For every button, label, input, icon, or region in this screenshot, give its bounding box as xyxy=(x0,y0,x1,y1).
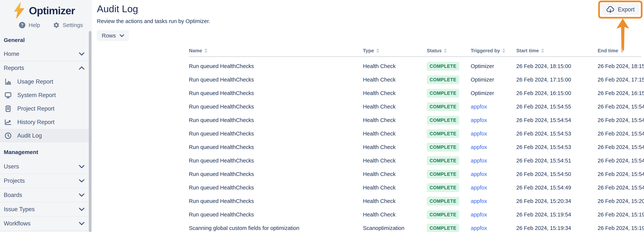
cell-name: Run queued HealthChecks xyxy=(189,185,363,191)
table-row: Run queued HealthChecks Health Check COM… xyxy=(189,138,641,151)
cell-triggered-by[interactable]: appfox xyxy=(471,144,516,150)
sidebar-item-audit-log[interactable]: Audit Log xyxy=(0,129,92,142)
sort-icon xyxy=(620,49,624,53)
column-header-name[interactable]: Name xyxy=(189,48,363,54)
table-row: Run queued HealthChecks Health Check COM… xyxy=(189,165,641,178)
status-badge: COMPLETE xyxy=(427,89,459,98)
column-header-triggered-by[interactable]: Triggered by xyxy=(471,48,516,54)
cell-end-time: 26 Feb 2024, 15:54:52 xyxy=(598,158,644,164)
export-button[interactable]: Export xyxy=(602,4,639,15)
cell-end-time: 26 Feb 2024, 18:15:00 xyxy=(598,63,644,69)
cell-triggered-by[interactable]: appfox xyxy=(471,131,516,137)
cell-start-time: 26 Feb 2024, 15:19:34 xyxy=(516,225,598,231)
cell-triggered-by[interactable]: appfox xyxy=(471,117,516,123)
cell-name: Run queued HealthChecks xyxy=(189,144,363,150)
cell-triggered-by: Optimizer xyxy=(471,77,516,83)
table-row: Run queued HealthChecks Health Check COM… xyxy=(189,70,641,84)
cell-end-time: 26 Feb 2024, 15:20:34 xyxy=(598,198,644,204)
annotation-highlight-box: Export xyxy=(598,0,642,18)
status-badge: COMPLETE xyxy=(427,156,459,165)
table-row: Scanning global custom fields for optimi… xyxy=(189,219,641,232)
sidebar-item-boards[interactable]: Boards xyxy=(0,188,92,202)
sort-icon xyxy=(541,49,544,53)
chevron-up-icon xyxy=(79,66,84,70)
sidebar-item-reports[interactable]: Reports xyxy=(0,61,92,75)
table-row: Run queued HealthChecks Health Check COM… xyxy=(189,192,641,205)
status-badge: COMPLETE xyxy=(427,197,459,206)
help-label: Help xyxy=(28,22,40,28)
cell-type: Health Check xyxy=(363,171,427,177)
cell-triggered-by[interactable]: appfox xyxy=(471,225,516,231)
sidebar-item-workflows[interactable]: Workflows xyxy=(0,217,92,231)
divider xyxy=(0,231,92,231)
cell-name: Run queued HealthChecks xyxy=(189,90,363,96)
sidebar-item-project-report[interactable]: Project Report xyxy=(0,102,92,116)
table-row: Run queued HealthChecks Health Check COM… xyxy=(189,151,641,165)
cell-start-time: 26 Feb 2024, 15:20:34 xyxy=(516,198,598,204)
sidebar-item-system-report[interactable]: System Report xyxy=(0,89,92,102)
monitor-icon xyxy=(4,91,12,99)
table-header-row: Name Type Status Triggered by Start time… xyxy=(189,47,641,54)
cell-type: Health Check xyxy=(363,144,427,150)
status-badge: COMPLETE xyxy=(427,62,459,71)
sidebar-item-usage-report[interactable]: Usage Report xyxy=(0,75,92,89)
cloud-download-icon xyxy=(606,6,615,13)
chevron-down-icon xyxy=(120,34,124,37)
cell-triggered-by[interactable]: appfox xyxy=(471,198,516,204)
cell-start-time: 26 Feb 2024, 16:15:00 xyxy=(516,90,598,96)
table-row: Run queued HealthChecks Health Check COM… xyxy=(189,124,641,138)
cell-triggered-by[interactable]: appfox xyxy=(471,185,516,191)
bar-chart-icon xyxy=(4,78,12,86)
help-button[interactable]: ? Help xyxy=(19,22,40,28)
cell-end-time: 26 Feb 2024, 15:54:53 xyxy=(598,131,644,137)
sidebar-item-home[interactable]: Home xyxy=(0,47,92,61)
clock-icon xyxy=(4,132,12,140)
cell-start-time: 26 Feb 2024, 15:54:50 xyxy=(516,171,598,177)
column-header-type[interactable]: Type xyxy=(363,48,427,54)
cell-end-time: 26 Feb 2024, 15:54:51 xyxy=(598,171,644,177)
status-badge: COMPLETE xyxy=(427,224,459,232)
page-subtitle: Review the actions and tasks run by Opti… xyxy=(97,18,644,24)
cell-triggered-by[interactable]: appfox xyxy=(471,104,516,110)
chevron-down-icon xyxy=(79,165,84,168)
cell-name: Scanning global custom fields for optimi… xyxy=(189,225,363,231)
status-badge: COMPLETE xyxy=(427,102,459,111)
cell-type: Health Check xyxy=(363,158,427,164)
cell-triggered-by[interactable]: appfox xyxy=(471,158,516,164)
cell-type: Health Check xyxy=(363,117,427,123)
sort-icon xyxy=(204,49,208,53)
column-header-start-time[interactable]: Start time xyxy=(516,48,598,54)
svg-text:?: ? xyxy=(21,23,24,27)
cell-name: Run queued HealthChecks xyxy=(189,131,363,137)
cell-end-time: 26 Feb 2024, 16:15:00 xyxy=(598,90,644,96)
table-row: Run queued HealthChecks Health Check COM… xyxy=(189,205,641,219)
table-body: Run queued HealthChecks Health Check COM… xyxy=(189,57,641,232)
cell-name: Run queued HealthChecks xyxy=(189,63,363,69)
sidebar-scrollbar[interactable] xyxy=(89,31,92,232)
column-header-status[interactable]: Status xyxy=(427,48,471,54)
cell-end-time: 26 Feb 2024, 15:54:53 xyxy=(598,144,644,150)
sidebar-item-users[interactable]: Users xyxy=(0,160,92,174)
main-content: Audit Log Review the actions and tasks r… xyxy=(92,0,644,232)
column-header-end-time[interactable]: End time xyxy=(598,48,644,54)
cell-triggered-by: Optimizer xyxy=(471,63,516,69)
rows-dropdown-button[interactable]: Rows xyxy=(97,30,129,41)
cell-type: Health Check xyxy=(363,131,427,137)
cell-type: Health Check xyxy=(363,198,427,204)
sidebar-item-history-report[interactable]: History Report xyxy=(0,116,92,129)
cell-type: Health Check xyxy=(363,212,427,218)
cell-start-time: 26 Feb 2024, 17:15:00 xyxy=(516,77,598,83)
cell-triggered-by: Optimizer xyxy=(471,90,516,96)
table-row: Run queued HealthChecks Health Check COM… xyxy=(189,178,641,192)
sidebar-item-projects[interactable]: Projects xyxy=(0,174,92,188)
chevron-down-icon xyxy=(79,208,84,211)
settings-button[interactable]: Settings xyxy=(53,22,83,28)
cell-type: Scanoptimization xyxy=(363,225,427,231)
chevron-down-icon xyxy=(79,52,84,56)
table-row: Run queued HealthChecks Health Check COM… xyxy=(189,84,641,98)
cell-start-time: 26 Feb 2024, 15:54:51 xyxy=(516,158,598,164)
cell-triggered-by[interactable]: appfox xyxy=(471,212,516,218)
cell-triggered-by[interactable]: appfox xyxy=(471,171,516,177)
cell-start-time: 26 Feb 2024, 15:54:53 xyxy=(516,144,598,150)
sidebar-item-issue-types[interactable]: Issue Types xyxy=(0,202,92,216)
